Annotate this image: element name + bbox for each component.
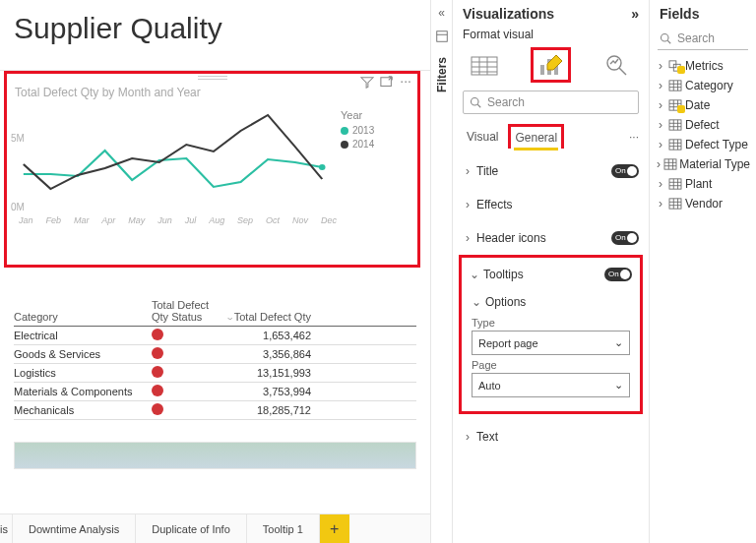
svg-rect-4	[540, 65, 544, 75]
table-icon	[667, 80, 683, 91]
col-header-category[interactable]: Category	[14, 311, 152, 323]
map-visual[interactable]	[14, 442, 416, 469]
chevron-right-icon: ›	[656, 177, 665, 191]
field-node[interactable]: ›Category	[654, 76, 752, 95]
format-item-tooltips: ⌄Tooltips On ⌄Options Type Report page⌄ …	[459, 255, 643, 414]
more-format-icon[interactable]: ···	[629, 130, 639, 144]
chevron-right-icon: ›	[463, 198, 472, 211]
x-axis: JanFebMarAprMayJunJulAugSepOctNovDec	[15, 215, 341, 225]
svg-rect-16	[664, 159, 676, 169]
tooltip-type-dropdown[interactable]: Report page⌄	[472, 331, 630, 355]
status-dot-icon	[152, 347, 163, 359]
drag-handle-icon[interactable]	[198, 76, 227, 80]
expand-filters-icon[interactable]: «	[438, 6, 445, 20]
svg-rect-14	[669, 120, 681, 130]
filters-pane-collapsed[interactable]: « Filters	[430, 0, 452, 543]
category-table[interactable]: Category Total Defect Qty Status Total D…	[14, 299, 416, 420]
chevron-right-icon: ›	[463, 164, 472, 178]
fields-search-input[interactable]: Search	[658, 28, 748, 50]
page-tab[interactable]: Duplicate of Info	[136, 514, 247, 543]
page-tab[interactable]: Downtime Analysis	[13, 514, 136, 543]
chevron-down-icon: ⌄	[614, 379, 623, 392]
col-header-qty[interactable]: Total Defect Qty	[232, 311, 311, 323]
chevron-down-icon: ⌄	[470, 268, 479, 281]
chevron-right-icon: ›	[656, 138, 665, 151]
field-node[interactable]: ›Date	[654, 95, 752, 115]
search-icon	[660, 32, 671, 44]
status-dot-icon	[152, 403, 163, 415]
filter-icon[interactable]	[360, 76, 374, 93]
visualizations-pane: Visualizations » Format visual Search Vi…	[452, 0, 649, 543]
status-dot-icon	[152, 329, 163, 340]
chevron-right-icon: ›	[656, 98, 665, 112]
more-options-icon[interactable]: ···	[400, 76, 411, 93]
svg-rect-12	[669, 81, 681, 90]
svg-rect-18	[669, 199, 681, 209]
field-node[interactable]: ›Defect Type	[654, 135, 752, 154]
table-icon	[667, 119, 683, 131]
tab-visual[interactable]: Visual	[463, 126, 502, 148]
table-icon	[667, 60, 683, 72]
collapse-pane-icon[interactable]: »	[631, 6, 639, 22]
format-visual-icon[interactable]	[531, 47, 571, 83]
page-tabs: is Downtime Analysis Duplicate of Info T…	[0, 513, 430, 543]
svg-point-7	[607, 56, 621, 70]
chart-legend: Year 2013 2014	[341, 103, 411, 241]
svg-point-9	[662, 34, 669, 42]
toggle-title[interactable]: On	[611, 164, 639, 178]
table-row: Electrical1,653,462	[14, 327, 416, 345]
page-tab[interactable]: Tooltip 1	[247, 514, 320, 543]
table-icon	[667, 99, 683, 111]
format-item-effects[interactable]: ›Effects	[453, 188, 649, 221]
focus-mode-icon[interactable]	[380, 76, 394, 93]
build-visual-icon[interactable]	[465, 47, 505, 83]
format-item-title[interactable]: ›Title On	[453, 154, 649, 188]
field-node[interactable]: ›Defect	[654, 115, 752, 135]
page-label: Page	[472, 355, 630, 373]
chart-visual[interactable]: ··· Total Defect Qty by Month and Year 5…	[4, 71, 420, 268]
add-page-button[interactable]: +	[320, 514, 349, 543]
table-row: Goods & Services3,356,864	[14, 345, 416, 364]
show-panes-icon[interactable]	[435, 30, 449, 47]
page-title: Supplier Quality	[0, 0, 430, 71]
format-item-text[interactable]: ›Text	[453, 420, 649, 453]
fields-pane-title: Fields	[660, 6, 699, 22]
chevron-right-icon: ›	[463, 430, 472, 444]
format-visual-label: Format visual	[453, 28, 649, 45]
chevron-right-icon: ›	[463, 231, 472, 245]
toggle-header-icons[interactable]: On	[611, 231, 639, 245]
tab-general[interactable]: General	[508, 124, 564, 149]
analytics-icon[interactable]	[597, 47, 637, 83]
table-row: Materials & Components3,753,994	[14, 383, 416, 401]
viz-pane-title: Visualizations	[463, 6, 554, 22]
format-item-header-icons[interactable]: ›Header icons On	[453, 221, 649, 255]
tooltip-options-header[interactable]: ⌄Options	[472, 291, 630, 313]
toggle-tooltips[interactable]: On	[604, 268, 632, 281]
field-node[interactable]: ›Metrics	[654, 56, 752, 76]
chevron-right-icon: ›	[656, 59, 665, 73]
field-node[interactable]: ›Plant	[654, 174, 752, 194]
chevron-down-icon: ⌄	[614, 336, 623, 349]
chevron-right-icon: ›	[656, 79, 665, 92]
format-search-input[interactable]: Search	[463, 90, 639, 114]
svg-rect-15	[669, 140, 681, 150]
status-dot-icon	[152, 385, 163, 396]
table-icon	[667, 198, 683, 210]
svg-point-1	[319, 164, 326, 170]
chart-plot: JanFebMarAprMayJunJulAugSepOctNovDec	[15, 103, 341, 241]
col-header-status[interactable]: Total Defect Qty Status	[152, 299, 232, 323]
chart-title: Total Defect Qty by Month and Year	[15, 86, 411, 99]
status-dot-icon	[152, 366, 163, 378]
chevron-down-icon: ⌄	[472, 295, 481, 309]
type-label: Type	[472, 313, 630, 331]
tooltip-page-dropdown[interactable]: Auto⌄	[472, 373, 630, 397]
tooltips-header[interactable]: ⌄Tooltips On	[466, 262, 636, 287]
svg-point-8	[472, 98, 479, 106]
svg-rect-17	[669, 179, 681, 189]
report-canvas: Supplier Quality ··· Total Defect Qty by…	[0, 0, 430, 543]
field-node[interactable]: ›Vendor	[654, 194, 752, 213]
page-tab[interactable]: is	[0, 514, 13, 543]
field-node[interactable]: ›Material Type	[654, 154, 752, 174]
table-row: Mechanicals18,285,712	[14, 401, 416, 420]
table-icon	[663, 158, 677, 170]
